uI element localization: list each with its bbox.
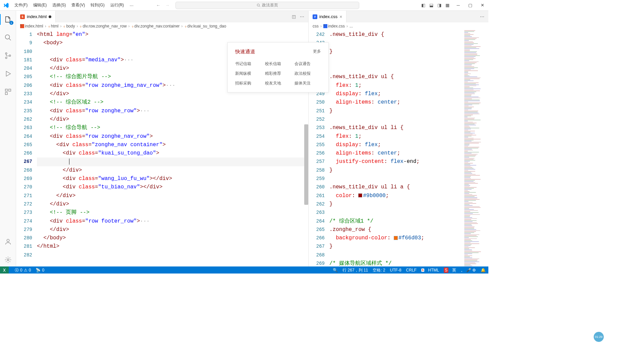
svg-point-11 (7, 259, 9, 261)
hover-title: 快速通道 (235, 49, 255, 55)
menu-goto[interactable]: 转到(G) (88, 1, 107, 9)
svg-point-0 (257, 4, 260, 6)
title-bar: 文件(F) 编辑(E) 选择(S) 查看(V) 转到(G) 运行(R) … ← … (0, 0, 488, 11)
zoom-indicator[interactable]: 🔍 (333, 268, 338, 273)
tab-bar-left: 5 index.html ◫ ⋯ (16, 11, 308, 22)
svg-line-1 (259, 6, 260, 7)
hover-link[interactable]: 招标采购 (235, 80, 262, 86)
menu-file[interactable]: 文件(F) (12, 1, 30, 9)
remote-indicator[interactable] (0, 266, 9, 274)
nav-back-icon[interactable]: ← (156, 3, 160, 8)
run-debug-icon[interactable] (0, 67, 16, 80)
hover-link[interactable]: 校友天地 (265, 80, 291, 86)
modified-dot-icon (49, 15, 51, 18)
status-more[interactable]: 。 🎤 ⚙ (461, 267, 476, 273)
hover-preview-card: 快速通道 更多 书记信箱校长信箱会议通告新闻纵横精彩推荐政法校报招标采购校友天地… (227, 42, 329, 93)
layout-grid-icon[interactable]: ▦ (445, 3, 449, 8)
close-icon[interactable]: ✕ (476, 0, 488, 11)
search-icon (257, 3, 261, 7)
html-file-icon: 5 (20, 14, 25, 19)
svg-point-10 (7, 239, 9, 242)
split-editor-icon[interactable]: ◫ (292, 14, 296, 19)
source-control-icon[interactable] (0, 49, 16, 62)
hover-link[interactable]: 会议通告 (294, 61, 321, 67)
menu-more[interactable]: … (127, 1, 136, 9)
more-actions-icon[interactable]: ⋯ (300, 14, 304, 19)
explorer-badge: 1 (9, 21, 13, 25)
nav-arrows: ← → (156, 3, 169, 8)
hover-link[interactable]: 媒体关注 (294, 80, 321, 86)
panel-bottom-icon[interactable]: ⬓ (429, 3, 433, 8)
svg-point-4 (5, 53, 7, 54)
search-activity-icon[interactable] (0, 31, 16, 44)
editor-right-pane: # index.css × ⋯ css› # index.css› ... 24… (309, 11, 488, 266)
command-center[interactable]: 政法首页 (175, 2, 359, 9)
layout-controls: ◧ ⬓ ◨ ▦ (421, 3, 452, 8)
scrollbar[interactable] (304, 124, 308, 205)
notifications-icon[interactable]: 🔔 (481, 268, 486, 273)
breadcrumb-left[interactable]: 5 index.html› ⬨html› ⬨body› ⬨div.row.zon… (16, 22, 308, 30)
svg-rect-7 (5, 89, 7, 91)
tab-index-html[interactable]: 5 index.html (16, 11, 56, 22)
svg-rect-9 (5, 93, 7, 95)
menu-select[interactable]: 选择(S) (50, 1, 68, 9)
hover-more[interactable]: 更多 (313, 49, 321, 55)
hover-link[interactable]: 新闻纵横 (235, 71, 262, 76)
close-tab-icon[interactable]: × (339, 14, 342, 19)
eol-indicator[interactable]: CRLF (406, 268, 417, 273)
settings-gear-icon[interactable] (0, 253, 16, 266)
vscode-logo-icon (0, 2, 12, 8)
html-file-icon: 5 (20, 24, 24, 28)
encoding-indicator[interactable]: UTF-8 (390, 268, 401, 273)
breadcrumb-right[interactable]: css› # index.css› ... (309, 22, 488, 30)
window-controls: ─ ▢ ✕ (452, 0, 488, 11)
maximize-icon[interactable]: ▢ (464, 0, 476, 11)
menu-edit[interactable]: 编辑(E) (31, 1, 49, 9)
tab-index-css[interactable]: # index.css × (309, 11, 346, 22)
hover-link[interactable]: 政法校报 (294, 71, 321, 76)
menu-view[interactable]: 查看(V) (69, 1, 87, 9)
search-text: 政法首页 (262, 2, 278, 8)
ime-indicator[interactable]: S 英 (444, 267, 456, 273)
svg-point-6 (9, 55, 11, 57)
tab-label: index.html (27, 14, 47, 19)
css-file-icon: # (313, 14, 317, 19)
indent-indicator[interactable]: 空格: 2 (373, 267, 385, 273)
problems-indicator[interactable]: ⓧ0 ⚠0 (15, 267, 31, 273)
svg-line-3 (9, 39, 11, 41)
account-icon[interactable] (0, 235, 16, 248)
extensions-icon[interactable] (0, 85, 16, 99)
menu-bar: 文件(F) 编辑(E) 选择(S) 查看(V) 转到(G) 运行(R) … (12, 1, 136, 9)
menu-run[interactable]: 运行(R) (108, 1, 126, 9)
language-mode[interactable]: 5 HTML (421, 268, 439, 273)
minimize-icon[interactable]: ─ (452, 0, 464, 11)
activity-bar: 1 (0, 11, 16, 266)
explorer-icon[interactable]: 1 (0, 13, 16, 26)
svg-point-5 (5, 57, 7, 59)
panel-left-icon[interactable]: ◧ (421, 3, 425, 8)
hover-link[interactable]: 校长信箱 (265, 61, 291, 67)
nav-forward-icon[interactable]: → (165, 3, 169, 8)
ports-indicator[interactable]: 📡0 (36, 268, 44, 273)
cursor-position[interactable]: 行 267，列 11 (342, 267, 368, 273)
svg-point-2 (5, 35, 9, 39)
hover-link[interactable]: 书记信箱 (235, 61, 262, 67)
tab-bar-right: # index.css × ⋯ (309, 11, 488, 22)
editor-left-pane: 5 index.html ◫ ⋯ 5 index.html› ⬨html› ⬨b… (16, 11, 309, 266)
editor-right[interactable]: 2422432442452462472482492502512522532542… (309, 30, 488, 266)
more-actions-icon[interactable]: ⋯ (480, 14, 484, 19)
tab-label: index.css (319, 14, 337, 19)
status-bar: ⓧ0 ⚠0 📡0 🔍 行 267，列 11 空格: 2 UTF-8 CRLF 5… (0, 266, 488, 274)
svg-rect-8 (8, 89, 10, 91)
hover-link[interactable]: 精彩推荐 (265, 71, 291, 76)
panel-right-icon[interactable]: ◨ (437, 3, 441, 8)
css-file-icon: # (323, 24, 327, 28)
